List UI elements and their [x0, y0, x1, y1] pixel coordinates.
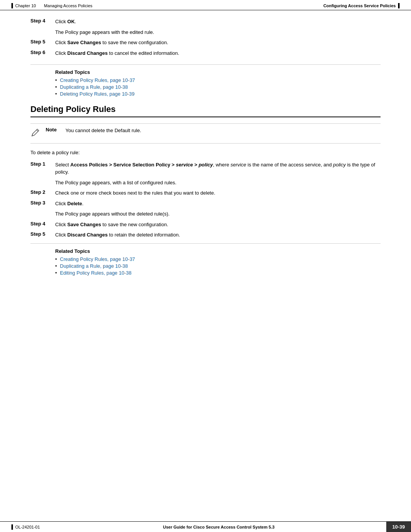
top-related-link-2[interactable]: Duplicating a Rule, page 10-38 [60, 84, 128, 90]
step-desc-3: The Policy page appears without the dele… [55, 210, 381, 218]
top-related-item-1: Creating Policy Rules, page 10-37 [55, 77, 381, 83]
footer-center: User Guide for Cisco Secure Access Contr… [51, 522, 386, 532]
step-row-3: Step 3 Click Delete. [30, 200, 381, 208]
step-content-1: Select Access Policies > Service Selecti… [55, 161, 381, 176]
chapter-title: Managing Access Policies [44, 3, 92, 8]
top-related-item-2: Duplicating a Rule, page 10-38 [55, 84, 381, 90]
top-related-link-3[interactable]: Deleting Policy Rules, page 10-39 [60, 91, 135, 97]
main-content: Step 4 Click OK. The Policy page appears… [0, 10, 411, 291]
bottom-related-item-1: Creating Policy Rules, page 10-37 [55, 256, 381, 262]
note-label: Note [46, 127, 61, 133]
step-content-4: Click Save Changes to save the new confi… [55, 221, 381, 228]
step-row-5: Step 5 Click Discard Changes to retain t… [30, 231, 381, 239]
steps-section: Step 1 Select Access Policies > Service … [30, 161, 381, 239]
note-content: You cannot delete the Default rule. [65, 127, 141, 134]
step-row-4: Step 4 Click Save Changes to save the ne… [30, 221, 381, 228]
step-row-6-top: Step 6 Click Discard Changes to cancel t… [30, 50, 381, 57]
bottom-related-link-1[interactable]: Creating Policy Rules, page 10-37 [60, 256, 135, 262]
step-label-1: Step 1 [30, 161, 51, 167]
step-content-5-top: Click Save Changes to save the new confi… [55, 39, 381, 46]
step-label-5: Step 5 [30, 231, 51, 237]
header-right-bar [398, 3, 400, 8]
pencil-icon [30, 128, 41, 140]
step-row-4-top: Step 4 Click OK. [30, 18, 381, 26]
step-label-4: Step 4 [30, 221, 51, 227]
step-row-1: Step 1 Select Access Policies > Service … [30, 161, 381, 176]
bottom-related-topics: Related Topics Creating Policy Rules, pa… [55, 248, 381, 276]
page-header: Chapter 10 Managing Access Policies Conf… [0, 0, 411, 10]
step-label-6-top: Step 6 [30, 50, 51, 55]
divider-top [30, 64, 381, 65]
step-content-4-top: Click OK. [55, 18, 381, 26]
step-content-3: Click Delete. [55, 200, 381, 208]
top-related-topics: Related Topics Creating Policy Rules, pa… [55, 69, 381, 97]
section-heading: Deleting Policy Rules [30, 104, 381, 117]
header-left-bar [11, 3, 13, 8]
step-content-2: Check one or more check boxes next to th… [55, 189, 381, 197]
right-title: Configuring Access Service Policies [323, 3, 396, 8]
footer-page-number: 10-39 [386, 522, 411, 532]
header-left: Chapter 10 Managing Access Policies [11, 3, 92, 8]
footer-title: User Guide for Cisco Secure Access Contr… [163, 525, 274, 529]
top-related-item-3: Deleting Policy Rules, page 10-39 [55, 91, 381, 97]
bottom-related-link-3[interactable]: Editing Policy Rules, page 10-38 [60, 270, 132, 276]
top-related-link-1[interactable]: Creating Policy Rules, page 10-37 [60, 77, 135, 83]
note-box: Note You cannot delete the Default rule. [30, 123, 381, 144]
step-row-5-top: Step 5 Click Save Changes to save the ne… [30, 39, 381, 46]
footer-doc-id: OL-24201-01 [15, 525, 40, 529]
step-content-5: Click Discard Changes to retain the dele… [55, 231, 381, 239]
step-desc-1: The Policy page appears, with a list of … [55, 179, 381, 187]
steps-top-section: Step 4 Click OK. The Policy page appears… [30, 18, 381, 57]
chapter-label: Chapter 10 [15, 3, 36, 8]
step-label-2: Step 2 [30, 189, 51, 195]
page-footer: OL-24201-01 User Guide for Cisco Secure … [0, 521, 411, 532]
bottom-related-list: Creating Policy Rules, page 10-37 Duplic… [55, 256, 381, 276]
step-label-5-top: Step 5 [30, 39, 51, 45]
bottom-related-link-2[interactable]: Duplicating a Rule, page 10-38 [60, 263, 128, 269]
top-related-list: Creating Policy Rules, page 10-37 Duplic… [55, 77, 381, 97]
step-desc-4-top: The Policy page appears with the edited … [55, 29, 381, 36]
divider-bottom [30, 243, 381, 244]
intro-text: To delete a policy rule: [30, 149, 381, 157]
step-label-3: Step 3 [30, 200, 51, 206]
footer-left: OL-24201-01 [0, 522, 51, 532]
top-related-title: Related Topics [55, 69, 381, 75]
header-right: Configuring Access Service Policies [323, 3, 400, 8]
step-row-2: Step 2 Check one or more check boxes nex… [30, 189, 381, 197]
step-content-6-top: Click Discard Changes to cancel the edit… [55, 50, 381, 57]
bottom-related-title: Related Topics [55, 248, 381, 254]
bottom-related-item-3: Editing Policy Rules, page 10-38 [55, 270, 381, 276]
step-label-4-top: Step 4 [30, 18, 51, 24]
footer-left-bar [11, 524, 13, 530]
bottom-related-item-2: Duplicating a Rule, page 10-38 [55, 263, 381, 269]
